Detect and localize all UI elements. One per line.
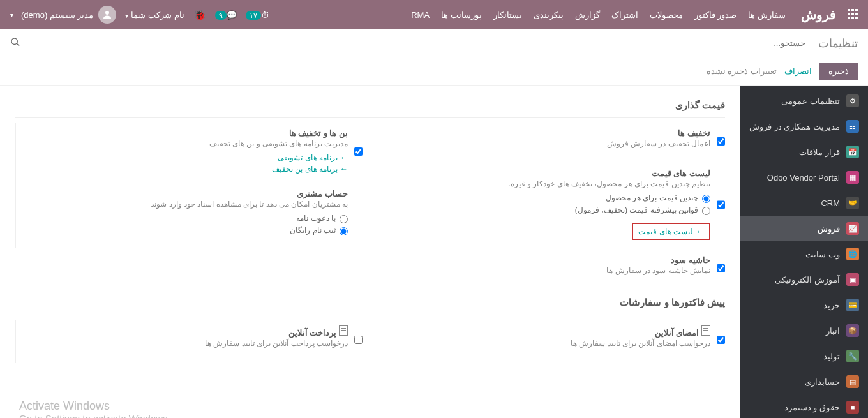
nav-products[interactable]: محصولات [650,10,683,20]
nav-rma[interactable]: RMA [411,10,430,20]
sidebar-item-mrp[interactable]: 🔧تولید [740,343,868,369]
arrow-icon: ← [340,153,348,162]
nav: سفارش ها صدور فاکتور محصولات اشتراک گزار… [411,10,786,20]
user-label: مدیر سیستم (demo) [21,10,93,20]
desc-online-signature: درخواست امضای آنلاین برای تایید سفارش ها [378,339,710,348]
main: ⚙تنظیمات عمومی ☷مدیریت همکاری در فروش 📅ق… [0,86,868,418]
payroll-icon: ■ [846,401,859,414]
title-pricelists: لیست های قیمت [378,168,710,178]
setting-pricelists: لیست های قیمت تنظیم چندین قیمت برای هر م… [378,163,725,250]
radio-invite[interactable]: با دعوت نامه [31,214,348,223]
actionbar: ذخیره انصراف تغییرات ذخیره نشده [0,57,868,86]
sidebar-item-accounting[interactable]: ▤حسابداری [740,369,868,394]
link-pricelists-highlighted[interactable]: ← لیست های قیمت [632,223,710,240]
sidebar-item-vendor[interactable]: ▦Odoo Vendor Portal [740,165,868,190]
link-coupon-programs[interactable]: ←برنامه های بن تخفیف [31,165,348,174]
nav-report[interactable]: گزارش [575,10,600,20]
document-icon [701,325,710,336]
svg-point-1 [11,38,17,44]
sidebar-item-affiliate[interactable]: ☷مدیریت همکاری در فروش [740,114,868,139]
discard-button[interactable]: انصراف [784,66,812,76]
arrow-icon: ← [340,165,348,174]
title-online-payment: پرداخت آنلاین [31,325,348,338]
sidebar: ⚙تنظیمات عمومی ☷مدیریت همکاری در فروش 📅ق… [740,86,868,418]
sidebar-item-purchase[interactable]: 💳خرید [740,292,868,318]
section-quotes: پیش فاکتورها و سفارشات [15,290,725,315]
topbar: فروش سفارش ها صدور فاکتور محصولات اشتراک… [0,0,868,29]
topbar-right: فروش سفارش ها صدور فاکتور محصولات اشتراک… [411,7,858,22]
checkbox-online-payment[interactable] [354,327,363,353]
company-switcher[interactable]: نام شرکت شما▾ [125,10,184,20]
radio-free-signup[interactable]: ثبت نام رایگان [31,226,348,235]
sidebar-item-sales[interactable]: 📈فروش [740,216,868,241]
unsaved-message: تغییرات ذخیره نشده [707,66,777,76]
checkbox-pricelists[interactable] [717,170,725,240]
page-title: تنظیمات [818,36,858,50]
elearn-icon: ▣ [846,273,859,286]
nav-config[interactable]: پیکربندی [534,10,564,20]
setting-online-payment: پرداخت آنلاین درخواست پرداخت آنلاین برای… [15,320,363,363]
desc-pricelists: تنظیم چندین قیمت برای هر محصول، تخفیف ها… [378,179,710,188]
setting-discounts: تخفیف ها اعمال تخفیف در سفارش فروش [378,123,725,163]
desc-margin: نمایش حاشیه سود در سفارش ها [378,266,710,275]
sidebar-item-payroll[interactable]: ■حقوق و دستمزد [740,394,868,418]
debug-icon[interactable]: 🐞 [193,9,206,21]
gear-icon: ⚙ [846,94,859,107]
nav-commission[interactable]: پورسانت ها [441,10,482,20]
save-button[interactable]: ذخیره [819,63,858,80]
brand[interactable]: فروش [801,7,836,22]
arrow-icon: ← [696,227,704,236]
globe-icon: 🌐 [846,248,859,260]
search-wrap [10,34,805,52]
document-icon [339,325,348,336]
nav-invoice[interactable]: صدور فاکتور [694,10,737,20]
section-pricing: قیمت گذاری [15,93,725,118]
radio-advanced-price[interactable]: قوانین پیشرفته قیمت (تخفیف، فرمول) [378,205,710,215]
checkbox-margin[interactable] [717,257,725,280]
search-input[interactable] [20,34,805,52]
svg-line-2 [17,43,19,46]
content: قیمت گذاری تخفیف ها اعمال تخفیف در سفارش… [0,86,740,418]
sales-icon: 📈 [846,222,859,235]
avatar-icon [98,6,116,24]
title-margin: حاشیه سود [378,255,710,265]
checkbox-coupons[interactable] [354,130,363,174]
link-promo-programs[interactable]: ←برنامه های تشویقی [31,153,348,162]
nav-creditor[interactable]: بستانکار [493,10,522,20]
desc-online-payment: درخواست پرداخت آنلاین برای تایید سفارش ه… [31,339,348,348]
accounting-icon: ▤ [846,375,859,388]
messages-badge[interactable]: 💬۹ [215,10,237,20]
sidebar-item-crm[interactable]: 🤝CRM [740,190,868,216]
setting-margin: حاشیه سود نمایش حاشیه سود در سفارش ها [378,250,725,290]
subbar: تنظیمات [0,29,868,57]
inventory-icon: 📦 [846,324,859,337]
title-online-signature: امضای آنلاین [378,325,710,338]
crm-icon: 🤝 [846,197,859,209]
setting-online-signature: امضای آنلاین درخواست امضای آنلاین برای ت… [378,320,725,363]
calendar-icon: 📅 [846,146,859,158]
radio-multi-price[interactable]: چندین قیمت برای هر محصول [378,193,710,203]
desc-discounts: اعمال تخفیف در سفارش فروش [378,139,710,148]
setting-customer-account: حساب مشتری به مشتریان امکان می دهد تا بر… [15,184,363,248]
activity-badge[interactable]: ⏱۱۷ [246,10,269,20]
user-menu[interactable]: مدیر سیستم (demo) ▾ [10,6,116,24]
setting-coupons: بن ها و تخفیف ها مدیریت برنامه های تشویق… [15,123,363,184]
sidebar-item-elearning[interactable]: ▣آموزش الکترونیکی [740,267,868,292]
sidebar-item-appointment[interactable]: 📅قرار ملاقات [740,139,868,165]
checkbox-online-signature[interactable] [717,327,725,353]
apps-icon[interactable] [846,9,858,20]
title-coupons: بن ها و تخفیف ها [31,128,348,138]
nav-orders[interactable]: سفارش ها [748,10,786,20]
topbar-left: ⏱۱۷ 💬۹ 🐞 نام شرکت شما▾ مدیر سیستم (demo)… [10,6,269,24]
sidebar-item-inventory[interactable]: 📦انبار [740,318,868,343]
search-icon[interactable] [10,37,20,50]
sidebar-item-website[interactable]: 🌐وب سایت [740,241,868,267]
windows-watermark: Activate Windows Go to Settings to activ… [19,399,170,418]
sidebar-item-general[interactable]: ⚙تنظیمات عمومی [740,88,868,114]
mgmt-icon: ☷ [846,120,859,133]
desc-customer-account: به مشتریان امکان می دهد تا برای مشاهده ا… [31,200,348,209]
nav-subscription[interactable]: اشتراک [611,10,638,20]
desc-coupons: مدیریت برنامه های تشویقی و بن های تخفیف [31,139,348,148]
checkbox-discounts[interactable] [717,130,725,153]
title-customer-account: حساب مشتری [31,189,348,198]
